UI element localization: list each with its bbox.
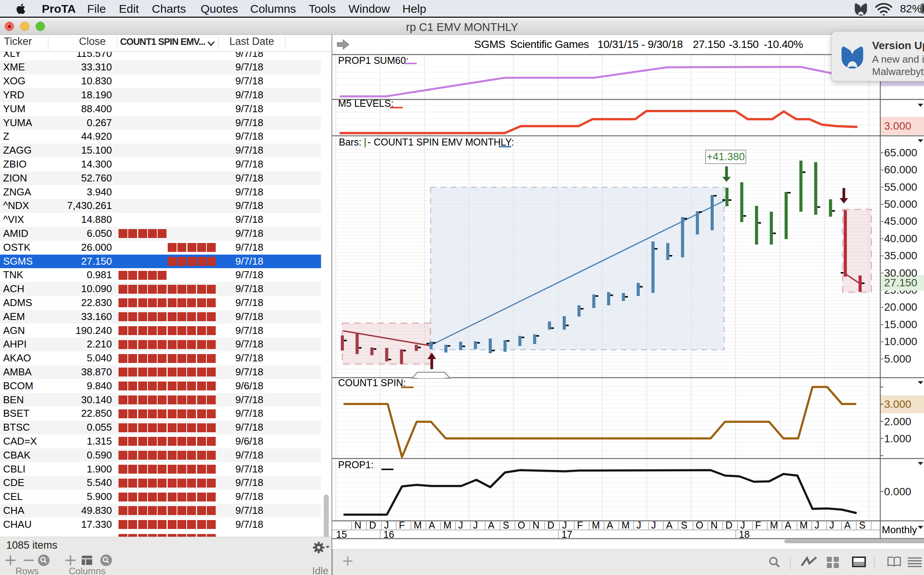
svg-text:-: - — [368, 137, 371, 147]
svg-text:S: S — [503, 520, 509, 531]
svg-text:SGMS: SGMS — [474, 38, 505, 50]
svg-text:5.000: 5.000 — [884, 353, 911, 365]
svg-text:20.000: 20.000 — [884, 301, 917, 313]
svg-text:M5 LEVELS:: M5 LEVELS: — [338, 98, 393, 109]
svg-text:27.150: 27.150 — [693, 38, 725, 50]
svg-text:D: D — [369, 520, 376, 531]
svg-text:A: A — [785, 520, 792, 531]
svg-text:Scientific Games: Scientific Games — [510, 38, 589, 50]
svg-text:10.000: 10.000 — [884, 335, 917, 347]
svg-text:J: J — [830, 520, 835, 531]
svg-text:45.000: 45.000 — [884, 215, 917, 227]
svg-text:COUNT1 SPIN EMV MONTHLY:: COUNT1 SPIN EMV MONTHLY: — [374, 137, 514, 147]
svg-text:30.000: 30.000 — [884, 267, 917, 279]
svg-text:M: M — [770, 520, 778, 531]
svg-text:-3.150: -3.150 — [729, 38, 759, 50]
svg-text:F: F — [755, 520, 761, 531]
svg-text:F: F — [577, 520, 583, 531]
svg-text:J: J — [636, 520, 641, 531]
svg-text:3.000: 3.000 — [884, 120, 911, 132]
svg-text:D: D — [725, 520, 732, 531]
svg-text:M: M — [800, 520, 808, 531]
svg-text:A: A — [429, 520, 435, 531]
svg-text:55.000: 55.000 — [884, 181, 917, 193]
svg-text:S: S — [681, 520, 687, 531]
svg-text:15.000: 15.000 — [884, 318, 917, 330]
svg-text:2.000: 2.000 — [884, 416, 911, 428]
svg-text:M: M — [443, 520, 452, 531]
svg-text:J: J — [814, 520, 819, 531]
svg-text:A: A — [844, 520, 851, 531]
svg-text:0.000: 0.000 — [884, 486, 911, 498]
svg-text:+41.380: +41.380 — [707, 151, 745, 163]
svg-text:PROP1 SUM60:: PROP1 SUM60: — [338, 55, 409, 66]
svg-text:S: S — [859, 520, 866, 531]
svg-text:M: M — [414, 520, 422, 531]
svg-text:50.000: 50.000 — [884, 198, 917, 210]
svg-text:J: J — [473, 520, 478, 531]
svg-text:3.000: 3.000 — [884, 398, 911, 410]
svg-text:O: O — [696, 520, 703, 531]
svg-text:O: O — [518, 520, 525, 531]
svg-text:60.000: 60.000 — [884, 164, 917, 176]
svg-text:A: A — [666, 520, 673, 531]
svg-text:J: J — [458, 520, 463, 531]
svg-text:COUNT1 SPIN:: COUNT1 SPIN: — [338, 377, 406, 388]
svg-text:16: 16 — [383, 529, 394, 540]
svg-text:A: A — [607, 520, 613, 531]
svg-text:Bars:: Bars: — [339, 137, 361, 147]
svg-text:D: D — [547, 520, 554, 531]
svg-text:17: 17 — [562, 529, 572, 540]
svg-text:N: N — [354, 520, 361, 531]
svg-text:N: N — [532, 520, 539, 531]
svg-text:M: M — [592, 520, 600, 531]
svg-text:PROP1:: PROP1: — [338, 459, 374, 470]
svg-text:18: 18 — [739, 529, 750, 540]
svg-text:M: M — [622, 520, 630, 531]
svg-text:Monthly: Monthly — [882, 524, 917, 536]
svg-text:-10.40%: -10.40% — [764, 38, 803, 50]
svg-text:F: F — [399, 520, 405, 531]
svg-text:J: J — [651, 520, 656, 531]
svg-text:10/31/15 - 9/30/18: 10/31/15 - 9/30/18 — [598, 38, 683, 50]
svg-text:15: 15 — [336, 529, 347, 540]
svg-text:35.000: 35.000 — [884, 250, 917, 262]
svg-text:65.000: 65.000 — [884, 147, 917, 159]
svg-text:1.000: 1.000 — [884, 433, 911, 445]
svg-text:A: A — [488, 520, 495, 531]
svg-text:N: N — [711, 520, 718, 531]
svg-text:40.000: 40.000 — [884, 233, 917, 245]
